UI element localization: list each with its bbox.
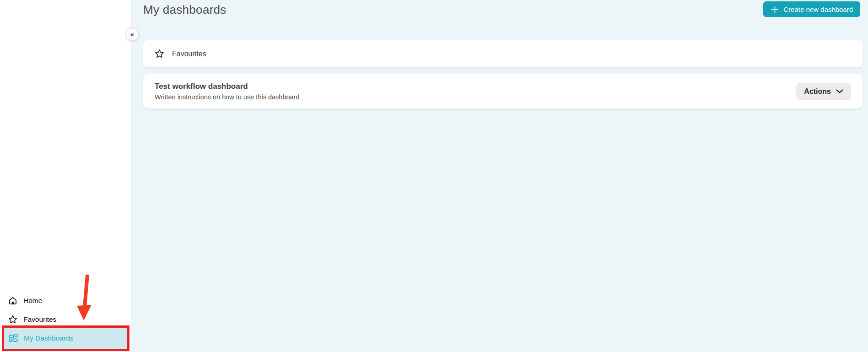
sidebar-item-favourites[interactable]: Favourites [0, 312, 131, 327]
chevron-down-icon [836, 89, 843, 93]
star-icon [8, 315, 17, 324]
actions-button[interactable]: Actions [796, 83, 851, 100]
sidebar-item-my-dashboards[interactable]: My Dashboards [4, 328, 127, 349]
chevrons-left-icon: « [130, 30, 134, 38]
favourites-section-card[interactable]: Favourites [143, 40, 863, 67]
sidebar-item-label: Favourites [23, 315, 56, 324]
dashboard-card-text: Test workflow dashboard Written instruct… [155, 82, 300, 101]
main-content: My dashboards Create new dashboard Favou… [132, 0, 868, 352]
create-new-dashboard-label: Create new dashboard [783, 5, 853, 13]
actions-button-label: Actions [804, 87, 831, 96]
home-icon [8, 296, 17, 305]
plus-icon [771, 5, 779, 14]
annotation-highlight-box: My Dashboards [2, 325, 129, 351]
sidebar: Home Favourites My Dashboards [0, 0, 131, 352]
dashboard-title[interactable]: Test workflow dashboard [155, 82, 300, 91]
favourites-section-label: Favourites [172, 50, 206, 58]
sidebar-collapse-button[interactable]: « [126, 28, 139, 41]
page-title: My dashboards [143, 3, 226, 17]
star-icon [155, 49, 164, 59]
create-new-dashboard-button[interactable]: Create new dashboard [763, 1, 860, 17]
sidebar-item-label: My Dashboards [24, 334, 74, 342]
dashboard-card[interactable]: Test workflow dashboard Written instruct… [143, 74, 863, 108]
dashboard-description: Written instructions on how to use this … [155, 93, 300, 101]
dashboard-icon [9, 334, 18, 343]
sidebar-item-home[interactable]: Home [0, 293, 131, 309]
sidebar-item-label: Home [23, 297, 42, 305]
